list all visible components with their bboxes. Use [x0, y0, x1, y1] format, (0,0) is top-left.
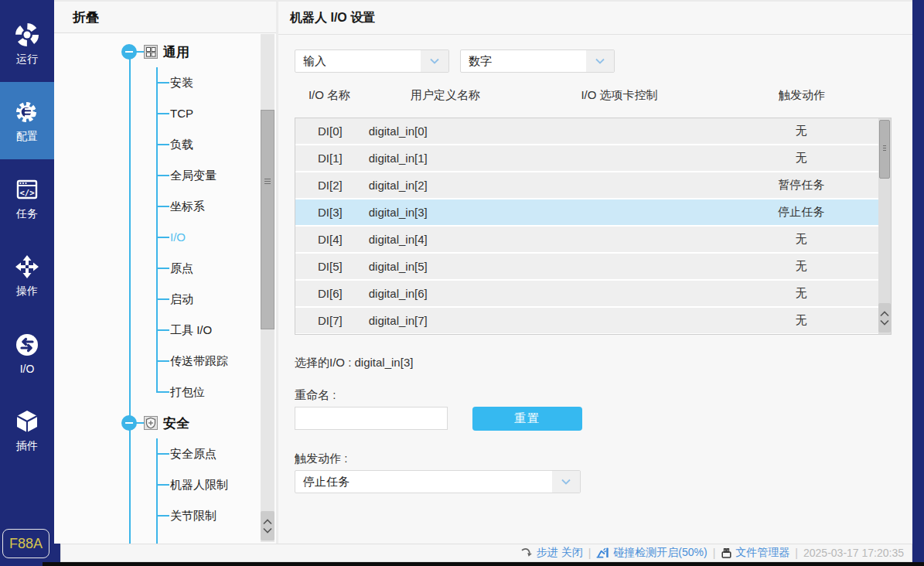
sidebar-nav: 运行 配置 </> 任务 操作 I/O 插件 F88A [0, 0, 54, 562]
scroll-down-icon[interactable] [263, 527, 272, 534]
task-icon: </> [13, 176, 41, 203]
io-table-header: I/O 名称 用户定义名称 I/O 选项卡控制 触发动作 [295, 88, 892, 103]
tree-node[interactable]: 通用 [54, 36, 276, 67]
app-window: 运行 配置 </> 任务 操作 I/O 插件 F88A 折叠 [0, 0, 924, 562]
robot-model-badge: F88A [2, 529, 49, 558]
step-mode-label: 步进 关闭 [537, 546, 583, 560]
column-user-name: 用户定义名称 [364, 88, 527, 103]
config-tree-panel: 折叠 通用 安装 TCP 负载 全局变量 坐标系 I/O 原点 启动 [54, 2, 278, 544]
clock-timestamp: 2025-03-17 17:20:35 [803, 547, 904, 559]
grid-icon [144, 45, 158, 59]
table-scrollbar[interactable] [878, 118, 891, 334]
io-icon [13, 331, 41, 359]
tree-leaf[interactable]: 关节限制 [54, 500, 276, 531]
divider: | [713, 547, 716, 559]
sidebar-item-config[interactable]: 配置 [0, 82, 54, 159]
tree-leaf[interactable]: TCP [54, 98, 276, 129]
tree-leaf[interactable]: 坐标系 [54, 191, 276, 222]
table-scrollbar-thumb[interactable] [879, 120, 890, 179]
divider: | [795, 547, 798, 559]
chevron-down-icon [552, 471, 580, 493]
chevron-down-icon [586, 50, 614, 72]
table-row[interactable]: DI[2] digital_in[2] 暂停任务 [295, 172, 891, 198]
io-table-rows: DI[0] digital_in[0] 无 DI[1] digital_in[1… [295, 118, 891, 333]
window-frame-bottom [0, 562, 924, 566]
config-icon [13, 98, 41, 126]
tree-scrollbar-thumb[interactable] [261, 110, 274, 329]
tree-leaf[interactable]: 安装 [54, 67, 276, 98]
collision-icon [596, 547, 610, 559]
page-title: 机器人 I/O 设置 [278, 2, 912, 35]
tree-body: 通用 安装 TCP 负载 全局变量 坐标系 I/O 原点 启动 工具 I/O 传… [54, 33, 276, 544]
divider: | [588, 547, 592, 559]
collapse-minus-icon[interactable] [121, 44, 137, 60]
run-icon [13, 21, 41, 49]
io-table: DI[0] digital_in[0] 无 DI[1] digital_in[1… [295, 118, 892, 335]
file-manager-icon [721, 547, 732, 559]
shield-icon [144, 416, 158, 430]
trigger-action-value: 停止任务 [303, 475, 349, 489]
tree-leaf[interactable]: 传送带跟踪 [54, 346, 276, 377]
window-frame-right [912, 0, 924, 562]
column-io-name: I/O 名称 [295, 88, 364, 103]
chevron-down-icon [421, 50, 448, 72]
rename-input[interactable] [295, 407, 448, 430]
tree-leaf[interactable]: I/O [54, 222, 276, 253]
table-row[interactable]: DI[0] digital_in[0] 无 [295, 118, 891, 144]
scroll-up-icon[interactable] [880, 311, 889, 317]
io-direction-select[interactable]: 输入 [295, 49, 449, 73]
scrollbar-grip-icon [883, 145, 886, 152]
io-type-value: 数字 [469, 54, 492, 69]
tree-leaf[interactable]: 安全原点 [54, 438, 276, 469]
io-settings-panel: 机器人 I/O 设置 输入 数字 I/O 名称 用户定义名称 I/O 选项卡控制… [278, 2, 912, 544]
tree-node[interactable]: 安全 [54, 407, 276, 438]
reset-button[interactable]: 重置 [472, 407, 582, 431]
table-row[interactable]: DI[5] digital_in[5] 无 [295, 254, 891, 279]
tree-leaf[interactable]: 打包位 [54, 377, 276, 407]
step-mode-status[interactable]: 步进 关闭 [520, 546, 583, 560]
table-row[interactable]: DI[6] digital_in[6] 无 [295, 281, 891, 306]
file-manager-button[interactable]: 文件管理器 [721, 546, 789, 560]
table-row[interactable]: DI[3] digital_in[3] 停止任务 [295, 199, 891, 225]
collapse-minus-icon[interactable] [121, 415, 137, 431]
io-direction-value: 输入 [303, 54, 326, 69]
sidebar-item-io[interactable]: I/O [0, 314, 54, 391]
tree-leaf[interactable]: 工具 I/O [54, 315, 276, 346]
column-trigger-action: 触发动作 [712, 88, 892, 103]
table-row[interactable]: DI[7] digital_in[7] 无 [295, 308, 891, 333]
move-icon [13, 253, 41, 281]
plugin-icon [13, 407, 41, 435]
io-type-select[interactable]: 数字 [460, 49, 615, 73]
tree-scrollbar[interactable] [261, 34, 274, 542]
scrollbar-grip-icon [264, 179, 271, 185]
tree-leaf[interactable]: 负载 [54, 129, 276, 160]
scroll-up-icon[interactable] [263, 519, 272, 525]
sidebar-item-operate[interactable]: 操作 [0, 237, 54, 314]
tree-leaf[interactable]: 原点 [54, 253, 276, 284]
status-bar: 步进 关闭 | 碰撞检测开启(50%) | 文件管理器 | 2025-03-17… [60, 544, 912, 562]
tree-collapse-header[interactable]: 折叠 [54, 2, 276, 33]
collision-detect-status[interactable]: 碰撞检测开启(50%) [596, 546, 707, 560]
table-row[interactable]: DI[1] digital_in[1] 无 [295, 145, 891, 171]
scroll-down-icon[interactable] [880, 319, 889, 326]
table-row[interactable]: DI[4] digital_in[4] 无 [295, 227, 891, 252]
tree-leaf[interactable]: 全局变量 [54, 160, 276, 191]
column-tab-control: I/O 选项卡控制 [527, 88, 712, 103]
trigger-action-label: 触发动作 : [295, 452, 347, 466]
selected-io-label: 选择的I/O : digital_in[3] [295, 356, 413, 370]
trigger-action-select[interactable]: 停止任务 [295, 470, 581, 493]
tree-leaf[interactable]: 机器人限制 [54, 469, 276, 500]
rename-label: 重命名 : [295, 388, 336, 403]
svg-text:</>: </> [20, 187, 35, 196]
collision-detect-label: 碰撞检测开启(50%) [613, 546, 707, 560]
tree-leaf[interactable]: 启动 [54, 284, 276, 315]
sidebar-item-plugin[interactable]: 插件 [0, 391, 54, 469]
sidebar-item-task[interactable]: </> 任务 [0, 159, 54, 237]
file-manager-label: 文件管理器 [735, 546, 789, 560]
sidebar-item-run[interactable]: 运行 [0, 5, 54, 82]
step-arrow-icon [520, 547, 534, 558]
